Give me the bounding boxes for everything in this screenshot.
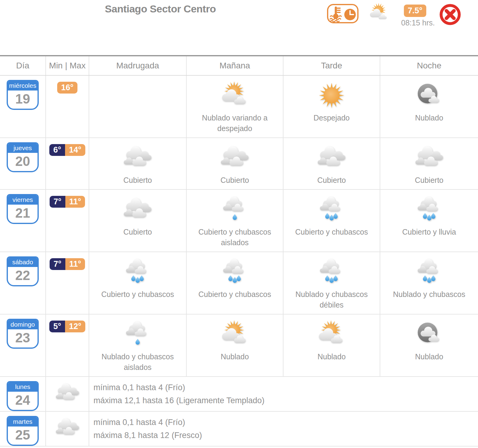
summary-line: máxima 8,1 hasta 12 (Fresco) xyxy=(93,430,475,440)
forecast-cell: Cubierto y chubascos xyxy=(283,190,380,252)
minmax-badge: 6°14° xyxy=(49,144,85,156)
clouds-icon xyxy=(51,381,84,407)
sun-clouds-icon xyxy=(215,320,255,350)
sun-icon xyxy=(312,81,352,111)
summary-icon-cell xyxy=(46,412,89,446)
day-number: 21 xyxy=(8,205,38,223)
condition-label: Cubierto xyxy=(415,175,444,186)
max-temp-badge: 11° xyxy=(65,258,85,270)
forecast-cell: Cubierto xyxy=(187,138,283,189)
forecast-cell: Nublado y chubascos aislados xyxy=(89,315,187,376)
condition-label: Cubierto xyxy=(317,175,346,186)
day-cell: sábado22 xyxy=(0,252,46,314)
forecast-cell: Nublado variando a despejado xyxy=(187,76,283,137)
forecast-cell: Nublado y chubascos xyxy=(380,252,478,314)
summary-line: mínima 0,1 hasta 4 (Frío) xyxy=(93,417,475,427)
minmax-cell: 7°11° xyxy=(46,252,89,314)
current-observation: 7.5° 08:15 hrs. xyxy=(401,5,429,27)
sun-clouds-icon xyxy=(366,2,392,25)
condition-label: Nublado y chubascos xyxy=(393,289,465,300)
column-header: Min | Max xyxy=(46,56,89,75)
forecast-cell: Cubierto xyxy=(380,138,478,189)
day-name: miércoles xyxy=(8,81,38,91)
condition-label: Nublado xyxy=(415,113,443,123)
condition-label: Cubierto y chubascos xyxy=(198,289,271,300)
day-calendar: martes25 xyxy=(7,416,39,446)
clouds-icon xyxy=(118,195,158,225)
condition-label: Cubierto xyxy=(123,175,152,186)
day-number: 23 xyxy=(8,329,38,348)
day-cell: viernes21 xyxy=(0,190,46,252)
clouds-icon xyxy=(51,416,84,442)
clouds-rain-3-icon xyxy=(409,258,449,287)
forecast-row: viernes217°11° Cubierto Cubierto y chuba… xyxy=(0,190,478,252)
column-header: Día xyxy=(0,56,46,75)
clouds-rain-3-icon xyxy=(215,258,255,287)
min-temp-badge: 5° xyxy=(49,321,65,332)
condition-label: Cubierto xyxy=(123,227,152,237)
column-header: Madrugada xyxy=(89,56,187,75)
forecast-cell: Nublado xyxy=(283,315,380,376)
clouds-icon xyxy=(409,143,449,173)
day-cell: jueves20 xyxy=(0,138,46,189)
forecast-row: sábado227°11° Cubierto y chubascos Cubie… xyxy=(0,252,478,315)
condition-label: Nublado y chubascos aislados xyxy=(97,351,179,373)
day-calendar: viernes21 xyxy=(7,194,39,224)
day-calendar: domingo23 xyxy=(7,319,39,349)
clouds-rain-1-icon xyxy=(215,195,255,225)
condition-label: Nublado xyxy=(221,351,249,362)
day-calendar: miércoles19 xyxy=(7,80,39,110)
close-button[interactable] xyxy=(438,2,462,27)
condition-label: Cubierto y chubascos xyxy=(101,289,174,300)
forecast-row: miércoles1916° Nublado variando a despej… xyxy=(0,76,478,138)
clouds-icon xyxy=(312,143,352,173)
condition-label: Nublado y chubascos débiles xyxy=(290,289,373,310)
day-name: lunes xyxy=(8,382,38,392)
day-calendar: jueves20 xyxy=(7,142,39,172)
day-name: viernes xyxy=(8,195,38,205)
day-cell: martes25 xyxy=(0,412,46,446)
forecast-cell: Despejado xyxy=(283,76,380,137)
condition-label: Nublado xyxy=(415,351,443,362)
condition-label: Cubierto y chubascos xyxy=(295,227,368,237)
summary-row: martes25 mínima 0,1 hasta 4 (Frío)máxima… xyxy=(0,412,478,446)
day-number: 24 xyxy=(8,392,38,410)
min-temp-badge: 7° xyxy=(50,258,65,270)
minmax-cell: 5°12° xyxy=(46,315,89,376)
day-name: sábado xyxy=(8,258,38,267)
summary-text-cell: mínima 0,1 hasta 4 (Frío)máxima 8,1 hast… xyxy=(89,412,478,446)
clouds-icon xyxy=(118,143,158,173)
min-temp-badge: 7° xyxy=(50,196,65,208)
forecast-cell: Cubierto y chubascos aislados xyxy=(187,190,283,252)
sun-clouds-icon xyxy=(312,320,352,350)
condition-label: Despejado xyxy=(313,113,350,123)
column-header: Mañana xyxy=(187,56,283,75)
max-temp-badge: 12° xyxy=(65,321,85,332)
forecast-cell: Cubierto y chubascos xyxy=(89,252,187,314)
forecast-cell xyxy=(89,76,187,137)
day-calendar: sábado22 xyxy=(7,256,39,286)
day-cell: miércoles19 xyxy=(0,76,46,137)
day-cell: lunes24 xyxy=(0,377,46,411)
forecast-cell: Cubierto xyxy=(283,138,380,189)
condition-label: Cubierto y lluvia xyxy=(402,227,456,237)
column-header: Tarde xyxy=(283,56,380,75)
column-header: Noche xyxy=(380,56,478,75)
thermometer-clock-icon xyxy=(327,4,359,25)
summary-icon-cell xyxy=(46,377,89,411)
minmax-cell: 7°11° xyxy=(46,190,89,252)
clouds-rain-3-icon xyxy=(409,195,449,225)
day-number: 20 xyxy=(8,153,38,171)
day-cell: domingo23 xyxy=(0,315,46,376)
forecast-cell: Cubierto y lluvia xyxy=(380,190,478,252)
minmax-cell: 16° xyxy=(46,76,89,137)
close-icon xyxy=(438,2,462,27)
day-calendar: lunes24 xyxy=(7,381,39,411)
condition-label: Nublado variando a despejado xyxy=(194,113,276,134)
summary-row: lunes24 mínima 0,1 hasta 4 (Frío)máxima … xyxy=(0,377,478,412)
weather-forecast-widget: Santiago Sector Centro xyxy=(0,0,478,446)
forecast-cell: Cubierto xyxy=(89,138,187,189)
forecast-cell: Cubierto xyxy=(89,190,187,252)
forecast-row: domingo235°12° Nublado y chubascos aisla… xyxy=(0,315,478,377)
day-name: jueves xyxy=(8,143,38,153)
